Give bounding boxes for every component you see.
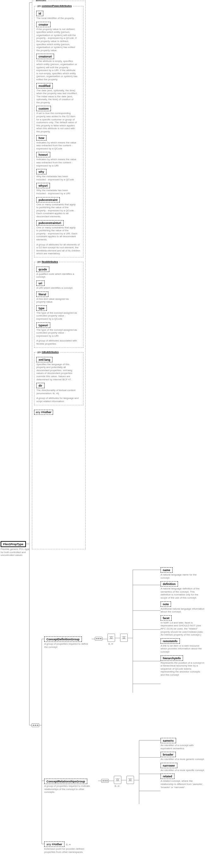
choice-card-crgroup: 0..∞ [115, 785, 121, 787]
i18n-attrs-group-label: grp i18nAttributes [36, 351, 60, 353]
attributes-group-label-text: attributes [36, 0, 46, 2]
attr-dir: dir [38, 384, 42, 387]
elem-note: note [163, 603, 169, 606]
attr-how-desc: Indicates by which means the value was e… [36, 141, 78, 150]
choice-connector-crgroup [114, 776, 121, 784]
attr-xmllang-desc: Specifies the language of this property … [36, 363, 78, 381]
any-other-elem: any ##other [44, 841, 64, 847]
attr-custom-desc: If set to true the corresponding propert… [36, 112, 78, 133]
sequence-connector-crgroup [101, 779, 109, 783]
attr-pubconstrainturi-desc: One or many constraints that apply to pu… [36, 226, 78, 241]
any-other-card: 0..∞ [66, 843, 71, 846]
common-power-name: commonPowerAttributes [42, 4, 72, 7]
flex-attrs-name: flexAttributes [42, 260, 58, 263]
concept-def-group-name: ConceptDefinitionGroup [47, 638, 80, 641]
elem-name-desc: A natural language name for the concept. [160, 573, 205, 579]
attr-qcode: qcode [38, 268, 47, 271]
any-other-desc: Extension point for provider-defined pro… [44, 847, 85, 854]
elem-broader-desc: An identifier of a more generic concept. [160, 758, 205, 761]
elem-facet-desc: In NAR 1.8 and later, facet is deprecate… [160, 621, 205, 637]
elem-hierarchyinfo-desc: Represents the position of a concept in … [160, 661, 205, 677]
attr-modified: modified [38, 84, 51, 88]
choice-connector-cdgroup2 [120, 633, 128, 642]
concept-rel-group-name: ConceptRelationshipsGroup [47, 780, 85, 783]
concept-def-group-desc: A group of properties required to define… [44, 643, 90, 649]
attr-modified-desc: The date (and, optionally, the time) whe… [36, 89, 78, 104]
attr-typeuri-desc: The type of the concept assigned as cont… [36, 329, 78, 338]
grp-keyword: grp [37, 4, 41, 7]
elem-narrower-desc: An identifier of a more specific concept… [160, 769, 205, 772]
root-type-label: Flex1PropType [3, 542, 23, 546]
attr-literal-desc: A free-text value assigned as property v… [36, 298, 78, 304]
elem-sameas: sameAs [163, 739, 174, 742]
elem-remoteinfo: remoteInfo [163, 640, 178, 643]
elem-definition-desc: A natural language definition of the sem… [160, 587, 205, 599]
flex-attrs-items: qcodeA qualified code which identifies a… [36, 267, 81, 338]
attr-custom: custom [38, 107, 49, 110]
choice-connector-crgroup2 [126, 776, 134, 784]
elem-definition: definition [163, 583, 176, 586]
common-power-group-label: grp commonPowerAttributes [36, 4, 73, 7]
root-type-box: Flex1PropType [1, 541, 26, 547]
attributes-group-label: attributes [34, 0, 48, 2]
attr-id: id [38, 12, 41, 15]
flex-attrs-group-desc: A group of attributes associated with fl… [36, 339, 81, 345]
concept-rel-group-box: ConceptRelationshipsGroup [44, 779, 87, 784]
attr-why-desc: Why the metadata has been included - exp… [36, 175, 78, 181]
i18n-attrs-group: grp i18nAttributes xml:langSpecifies the… [34, 352, 84, 405]
grp-keyword-i18n: grp [37, 351, 41, 353]
attr-typeuri: typeuri [38, 324, 48, 327]
concept-def-group-box: ConceptDefinitionGroup [44, 637, 82, 642]
attributes-group-box: attributes grp commonPowerAttributes idT… [32, 1, 86, 549]
attr-type: type [38, 307, 44, 310]
attr-creator-desc: If the property value is not defined, sp… [36, 28, 78, 52]
root-type-desc: Flexible generic PCL-type for both contr… [1, 548, 31, 557]
any-other-attr: any ##other [34, 410, 84, 415]
common-power-group: grp commonPowerAttributes idThe local id… [34, 6, 84, 257]
attr-whyuri-desc: Why the metadata has been included - exp… [36, 189, 78, 195]
elem-name: name [163, 568, 171, 572]
elem-remoteinfo-desc: A link to an item or a web resource whic… [160, 644, 205, 653]
common-power-group-desc: A group of attributes for all elements o… [36, 243, 81, 255]
attr-pubconstrainturi: pubconstrainturi [38, 221, 61, 224]
attr-creator: creator [38, 23, 49, 26]
flex-attrs-group: grp flexAttributes qcodeA qualified code… [34, 262, 84, 348]
elem-broader: broader [163, 753, 174, 756]
attr-id-desc: The local identifier of the property. [36, 17, 78, 20]
attr-creatoruri-desc: If the attribute is empty, specifies whi… [36, 60, 78, 81]
attr-dir-desc: The directionality of textual content (e… [36, 389, 78, 395]
choice-card-cdgroup: 0..∞ [109, 643, 115, 645]
attr-pubconstraint-desc: One or many constraints that apply to pu… [36, 203, 78, 218]
attr-xmllang: xml:lang [38, 358, 50, 361]
flex-attrs-group-label: grp flexAttributes [36, 260, 59, 263]
i18n-attrs-items: xml:langSpecifies the language of this p… [36, 357, 81, 395]
attr-how: how [38, 136, 44, 140]
attr-uri-desc: A URI which identifies a concept. [36, 286, 78, 290]
attr-uri: uri [38, 282, 42, 285]
elem-sameas-desc: An identifier of a concept with equivale… [160, 744, 205, 750]
attr-creatoruri: creatoruri [38, 55, 52, 58]
elem-narrower: narrower [163, 764, 175, 767]
elem-related: related [163, 775, 172, 778]
attr-why: why [38, 170, 44, 174]
elem-related-desc: A related concept, where the relationshi… [160, 780, 205, 789]
attr-type-desc: The type of the concept assigned as cont… [36, 311, 78, 320]
any-value: ##other [41, 411, 52, 414]
any-keyword-2: any [47, 843, 51, 846]
any-keyword: any [36, 411, 40, 414]
any-value-2: ##other [52, 843, 62, 846]
sequence-connector-root [32, 723, 39, 727]
grp-keyword-flex: grp [37, 260, 41, 263]
common-power-items: idThe local identifier of the property. … [36, 11, 81, 241]
attr-pubconstraint: pubconstraint [38, 198, 58, 202]
attr-whyuri: whyuri [38, 184, 48, 187]
attr-qcode-desc: A qualified code which identifies a conc… [36, 273, 78, 279]
attr-literal: literal [38, 293, 46, 296]
attr-howuri-desc: Indicates by which means the value was e… [36, 158, 78, 167]
sequence-connector-cdgroup [95, 637, 102, 641]
i18n-attrs-name: i18nAttributes [42, 351, 59, 353]
i18n-attrs-group-desc: A group of attributes for language and s… [36, 397, 81, 403]
choice-connector-cdgroup [108, 633, 115, 642]
concept-rel-group-desc: A group of properties required to indica… [44, 785, 92, 794]
attr-howuri: howuri [38, 153, 48, 156]
